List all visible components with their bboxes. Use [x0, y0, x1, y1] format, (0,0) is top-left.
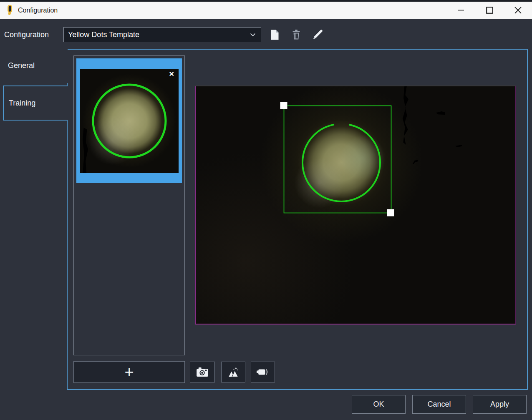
sample-thumbnail-image: ✕ — [80, 69, 179, 173]
detected-dot-ring — [303, 124, 380, 201]
new-template-button[interactable] — [267, 28, 282, 42]
camera-icon — [196, 367, 209, 377]
pencil-icon — [313, 29, 323, 40]
tab-training-label: Training — [9, 99, 35, 108]
video-capture-button[interactable] — [251, 362, 275, 382]
sample-thumbnail-selected[interactable]: ✕ — [76, 58, 182, 183]
titlebar: Configuration — [0, 2, 532, 19]
maximize-icon — [486, 7, 493, 14]
template-dropdown[interactable]: Yellow Dots Template — [63, 27, 261, 42]
roi-handle-bottomright[interactable] — [387, 209, 394, 216]
tab-general[interactable]: General — [3, 48, 68, 83]
video-camera-icon — [256, 367, 270, 377]
roi-overlay — [196, 86, 517, 325]
camera-preview-canvas[interactable] — [195, 86, 516, 324]
minimize-button[interactable] — [447, 2, 475, 19]
roi-handle-topleft[interactable] — [280, 102, 287, 109]
close-button[interactable] — [504, 2, 532, 19]
tab-general-label: General — [8, 61, 35, 70]
tab-training[interactable]: Training — [3, 86, 68, 121]
configuration-label: Configuration — [4, 30, 49, 39]
delete-template-button[interactable] — [289, 28, 304, 42]
chevron-down-icon — [250, 33, 256, 37]
new-file-icon — [270, 29, 280, 40]
add-sample-button[interactable]: + — [73, 361, 185, 383]
template-dropdown-value: Yellow Dots Template — [64, 30, 250, 39]
edit-template-button[interactable] — [310, 28, 325, 42]
camera-snapshot-button[interactable] — [190, 362, 215, 382]
apply-button[interactable]: Apply — [473, 395, 527, 414]
minimize-icon — [458, 10, 464, 11]
close-icon — [514, 6, 522, 14]
cancel-button[interactable]: Cancel — [412, 395, 466, 414]
remove-sample-button[interactable]: ✕ — [167, 70, 176, 78]
ok-button[interactable]: OK — [352, 395, 406, 414]
detected-dot-ring — [80, 69, 179, 173]
roi-selection-rect — [284, 106, 391, 213]
load-image-button[interactable] — [221, 362, 245, 382]
maximize-button[interactable] — [475, 2, 504, 19]
window-title: Configuration — [18, 7, 58, 14]
app-pen-icon — [5, 5, 14, 16]
trash-icon — [291, 29, 301, 40]
window-controls — [447, 2, 532, 19]
configuration-window: Configuration Configuration Yellow Dots … — [0, 0, 532, 420]
mountain-image-icon — [227, 366, 240, 378]
